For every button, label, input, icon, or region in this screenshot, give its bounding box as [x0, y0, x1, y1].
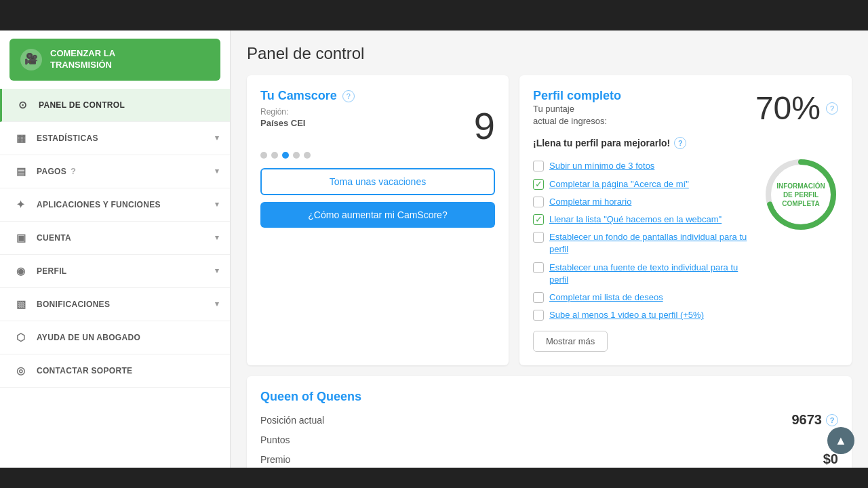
check-item-link[interactable]: Completar mi lista de deseos [549, 291, 663, 304]
profile-percentage-value: 70% [755, 89, 821, 127]
region-label: Región: [260, 107, 306, 117]
check-item-link[interactable]: Subir un mínimo de 3 fotos [549, 160, 654, 172]
profile-check-item: ✓Llenar la lista "Qué hacemos en la webc… [533, 211, 753, 228]
sidebar-item-soporte[interactable]: ◎CONTACTAR SOPORTE [0, 354, 230, 388]
profile-complete-heading: Perfil completo [533, 89, 621, 103]
queens-stat-label: Puntos [260, 434, 290, 445]
start-stream-label: COMENZAR LA TRANSMISIÓN [50, 48, 115, 71]
sidebar-nav: ⊙PANEL DE CONTROL▦ESTADÍSTICAS▾▤PAGOS?▾✦… [0, 89, 230, 388]
fill-prompt: ¡Llena tu perfil para mejorarlo! ? [533, 137, 838, 149]
profile-check-item: Establecer una fuente de texto individua… [533, 259, 753, 289]
queens-stat-row: Posición actual 9673 ? [260, 412, 838, 428]
check-box [533, 197, 544, 207]
pagos-help-icon[interactable]: ? [71, 166, 76, 176]
aplicaciones-nav-icon: ✦ [14, 197, 28, 212]
profile-main: Subir un mínimo de 3 fotos✓Completar la … [533, 157, 838, 324]
queens-stats: Posición actual 9673 ?Puntos 0Premio $0 [260, 412, 838, 467]
camscore-value: 9 [474, 107, 495, 145]
main-content: Panel de control Tu Camscore ? Región: P… [231, 30, 868, 468]
sidebar-item-pagos[interactable]: ▤PAGOS?▾ [0, 155, 230, 188]
profile-complete-card: Perfil completo Tu puntajeactual de ingr… [519, 75, 852, 365]
camscore-top: Región: Países CEI 9 [260, 107, 495, 145]
soporte-nav-icon: ◎ [14, 363, 28, 378]
queens-title: Queen of Queens [260, 390, 838, 404]
top-bar [0, 0, 868, 30]
sidebar-item-bonificaciones[interactable]: ▧BONIFICACIONES▾ [0, 288, 230, 321]
cuenta-chevron-icon: ▾ [215, 233, 219, 242]
queens-stat-label: Posición actual [260, 415, 324, 426]
sidebar-item-aplicaciones[interactable]: ✦APLICACIONES Y FUNCIONES▾ [0, 188, 230, 222]
check-item-link[interactable]: Llenar la lista "Qué hacemos en la webca… [549, 214, 722, 226]
sidebar-item-cuenta[interactable]: ▣CUENTA▾ [0, 222, 230, 255]
page-title: Panel de control [247, 44, 852, 63]
camscore-card: Tu Camscore ? Región: Países CEI 9 [247, 75, 509, 365]
check-item-link[interactable]: Establecer una fuente de texto individua… [549, 262, 753, 286]
sidebar-item-panel[interactable]: ⊙PANEL DE CONTROL [0, 89, 230, 122]
bonificaciones-nav-label: BONIFICACIONES [37, 300, 110, 309]
bonificaciones-chevron-icon: ▾ [215, 300, 219, 308]
fill-prompt-text: ¡Llena tu perfil para mejorarlo! [533, 138, 670, 148]
queens-stat-label: Premio [260, 454, 290, 465]
fill-prompt-help-icon[interactable]: ? [674, 137, 686, 149]
camscore-dots [260, 152, 495, 159]
perfil-nav-label: PERFIL [37, 266, 66, 276]
panel-nav-icon: ⊙ [16, 98, 31, 113]
camscore-heading: Tu Camscore [260, 89, 337, 103]
profile-title-block: Perfil completo Tu puntajeactual de ingr… [533, 89, 621, 127]
dot-1 [260, 152, 267, 159]
start-stream-button[interactable]: 🎥 COMENZAR LA TRANSMISIÓN [9, 39, 220, 81]
queens-stat-row: Puntos 0 [260, 432, 838, 447]
check-box: ✓ [533, 214, 544, 225]
sidebar-item-estadisticas[interactable]: ▦ESTADÍSTICAS▾ [0, 122, 230, 155]
estadisticas-nav-icon: ▦ [14, 131, 28, 146]
scroll-to-top-button[interactable]: ▲ [827, 427, 854, 454]
dot-2 [271, 152, 278, 159]
estadisticas-nav-label: ESTADÍSTICAS [37, 134, 98, 143]
show-more-button[interactable]: Mostrar más [533, 331, 608, 352]
profile-check-item: Sube al menos 1 video a tu perfil (+5%) [533, 306, 753, 324]
sidebar: 🎥 COMENZAR LA TRANSMISIÓN ⊙PANEL DE CONT… [0, 30, 231, 468]
check-item-link[interactable]: Completar mi horario [549, 196, 631, 208]
increase-camscore-button[interactable]: ¿Cómo aumentar mi CamScore? [260, 202, 495, 228]
camscore-help-icon[interactable]: ? [342, 90, 355, 102]
pagos-nav-label: PAGOS [37, 167, 66, 176]
sidebar-item-abogado[interactable]: ⬡AYUDA DE UN ABOGADO [0, 321, 230, 354]
circle-label: INFORMACIÓNDE PERFILCOMPLETA [771, 182, 831, 208]
soporte-nav-label: CONTACTAR SOPORTE [37, 366, 132, 375]
profile-check-item: ✓Completar la página "Acerca de mí" [533, 176, 753, 193]
profile-circle: INFORMACIÓNDE PERFILCOMPLETA [764, 157, 838, 232]
vacation-button[interactable]: Toma unas vacaciones [260, 168, 495, 195]
top-cards-row: Tu Camscore ? Región: Países CEI 9 [247, 75, 852, 365]
profile-help-icon[interactable]: ? [826, 102, 838, 115]
bottom-bar [0, 468, 868, 488]
profile-checklist: Subir un mínimo de 3 fotos✓Completar la … [533, 157, 753, 324]
camscore-region: Región: Países CEI [260, 107, 306, 128]
profile-percentage: 70% ? [755, 89, 838, 127]
bonificaciones-nav-icon: ▧ [14, 297, 28, 312]
profile-score-label: Tu puntajeactual de ingresos: [533, 103, 621, 127]
estadisticas-chevron-icon: ▾ [215, 134, 219, 142]
queens-stat-row: Premio $0 [260, 451, 838, 467]
check-box [533, 262, 544, 273]
queens-card: Queen of Queens Posición actual 9673 ?Pu… [247, 376, 852, 468]
camera-icon: 🎥 [20, 49, 42, 70]
check-item-link[interactable]: Sube al menos 1 video a tu perfil (+5%) [549, 309, 704, 321]
profile-check-item: Subir un mínimo de 3 fotos [533, 157, 753, 175]
queens-stat-help-icon[interactable]: ? [826, 414, 838, 426]
dot-4 [293, 152, 300, 159]
pagos-chevron-icon: ▾ [215, 167, 219, 176]
cuenta-nav-icon: ▣ [14, 230, 28, 245]
aplicaciones-nav-label: APLICACIONES Y FUNCIONES [37, 200, 161, 209]
sidebar-item-perfil[interactable]: ◉PERFIL▾ [0, 255, 230, 288]
abogado-nav-label: AYUDA DE UN ABOGADO [37, 333, 140, 342]
check-box [533, 232, 544, 243]
profile-check-item: Completar mi horario [533, 193, 753, 211]
check-box [533, 292, 544, 303]
check-item-link[interactable]: Completar la página "Acerca de mí" [549, 178, 689, 190]
dot-5 [304, 152, 311, 159]
cuenta-nav-label: CUENTA [37, 233, 71, 243]
check-item-link[interactable]: Establecer un fondo de pantallas individ… [549, 231, 753, 256]
panel-nav-label: PANEL DE CONTROL [39, 100, 125, 110]
region-name: Países CEI [260, 118, 306, 128]
abogado-nav-icon: ⬡ [14, 330, 28, 345]
